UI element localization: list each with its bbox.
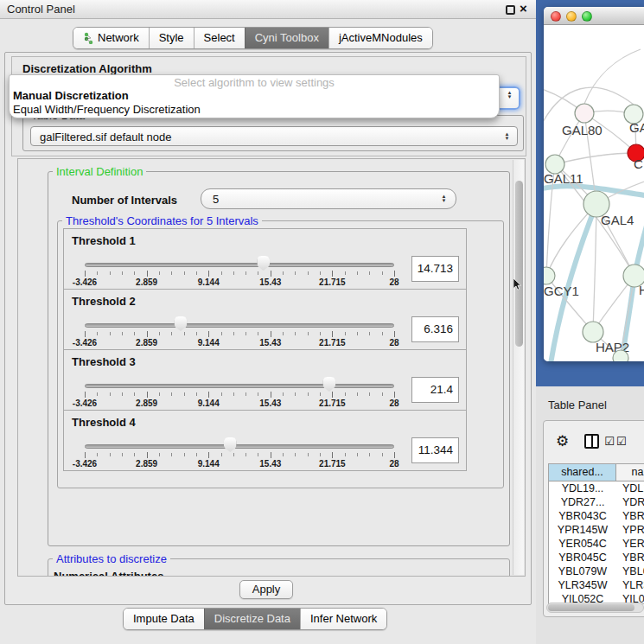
table-horizontal-scrollbar[interactable] xyxy=(546,603,644,613)
interval-group-label: Interval Definition xyxy=(53,165,146,178)
apply-button[interactable]: Apply xyxy=(239,580,293,599)
cell-shared-name[interactable]: YBR045C xyxy=(549,551,616,564)
cell-shared-name[interactable]: YDR27... xyxy=(549,495,616,509)
tab-cyni-toolbox-selected[interactable]: Cyni Toolbox xyxy=(245,28,328,48)
cell-shared-name[interactable]: YDL19... xyxy=(549,481,616,495)
cell-shared-name[interactable]: YBL079W xyxy=(549,564,616,578)
table-panel-window: ⚙ ☑ ☑ shared... na YDL19...YDL1YDR27...Y… xyxy=(543,420,644,617)
network-canvas[interactable]: GAL80GACGAL11GAL4GCY1HHAP2 xyxy=(544,25,644,361)
cell-name[interactable]: YBR0 xyxy=(616,509,644,523)
tab-label: Discretize Data xyxy=(214,612,290,625)
network-window-titlebar[interactable] xyxy=(544,7,644,25)
split-columns-icon[interactable] xyxy=(584,434,599,449)
tab-impute-data[interactable]: Impute Data xyxy=(124,609,204,629)
tab-style[interactable]: Style xyxy=(149,28,194,48)
threshold-value-field[interactable]: 21.4 xyxy=(411,377,459,403)
number-of-intervals-combobox[interactable]: 5 ▲▼ xyxy=(201,188,456,209)
slider-ticks xyxy=(85,452,395,458)
tab-select[interactable]: Select xyxy=(194,28,245,48)
table-row[interactable]: YLR345WYLR3 xyxy=(549,578,644,592)
cell-name[interactable]: YPR1 xyxy=(616,523,644,537)
attributes-group-label: Attributes to discretize xyxy=(53,552,170,565)
node-label: C xyxy=(634,156,643,171)
table-row[interactable]: YPR145WYPR1 xyxy=(549,523,644,537)
cell-shared-name[interactable]: YLR345W xyxy=(549,578,616,592)
tab-discretize-data-selected[interactable]: Discretize Data xyxy=(204,609,300,629)
slider-thumb[interactable] xyxy=(174,316,187,331)
network-node-gal80[interactable] xyxy=(575,104,594,123)
cell-name[interactable]: YDR2 xyxy=(616,495,644,509)
table-row[interactable]: YBR043CYBR0 xyxy=(549,509,644,523)
checkbox-checked-icon[interactable]: ☑ xyxy=(604,435,615,448)
close-icon[interactable]: × xyxy=(520,1,527,16)
threshold-panel: Threshold 4 -3.4262.8599.14415.4321.7152… xyxy=(63,410,467,471)
float-window-icon[interactable] xyxy=(506,5,515,15)
table-rows: YDL19...YDL1YDR27...YDR2YBR043CYBR0YPR14… xyxy=(549,481,644,604)
threshold-label: Threshold 3 xyxy=(72,355,136,368)
cell-name[interactable]: YBR0 xyxy=(616,551,644,564)
tick-label: -3.426 xyxy=(73,338,97,348)
threshold-value-field[interactable]: 14.713 xyxy=(411,256,459,282)
dropdown-option-equal-width[interactable]: Equal Width/Frequency Discretization xyxy=(10,103,499,117)
number-of-intervals-value: 5 xyxy=(213,193,219,206)
gear-icon[interactable]: ⚙ xyxy=(556,432,569,450)
tick-label: 28 xyxy=(389,277,399,287)
checkbox-checked-icon[interactable]: ☑ xyxy=(616,435,627,448)
column-header-shared-name[interactable]: shared... xyxy=(549,464,616,481)
scrollbar-thumb[interactable] xyxy=(515,181,523,347)
table-row[interactable]: YBL079WYBL0 xyxy=(549,564,644,578)
tab-label: Infer Network xyxy=(310,612,377,625)
slider-track[interactable] xyxy=(85,263,394,267)
threshold-group-label: Threshold's Coordinates for 5 Intervals xyxy=(62,214,262,227)
cell-shared-name[interactable]: YBR043C xyxy=(549,509,616,523)
combo-stepper-icon[interactable]: ▲▼ xyxy=(439,194,449,203)
threshold-value-field[interactable]: 6.316 xyxy=(411,316,459,342)
tick-label: 28 xyxy=(389,399,399,408)
network-node-gcy1[interactable] xyxy=(544,267,555,284)
cell-shared-name[interactable]: YPR145W xyxy=(549,523,616,537)
scrollbar-thumb[interactable] xyxy=(548,604,634,611)
combo-stepper-icon[interactable]: ▲▼ xyxy=(502,132,512,141)
minimize-traffic-light-icon[interactable] xyxy=(566,11,577,22)
slider-thumb[interactable] xyxy=(322,377,335,392)
cyni-content-panel: Discretization Algorithm ▲▼ Table Data g… xyxy=(4,52,532,605)
dropdown-option-manual[interactable]: Manual Discretization xyxy=(10,89,499,103)
cell-name[interactable]: YDL1 xyxy=(616,481,644,495)
column-header-name[interactable]: na xyxy=(616,464,644,481)
tab-network[interactable]: Network xyxy=(73,28,149,48)
attributes-group: Attributes to discretize Numerical Attri… xyxy=(48,558,510,577)
control-panel-titlebar: Control Panel × xyxy=(0,0,536,19)
algorithm-group-label: Discretization Algorithm xyxy=(19,62,156,75)
slider-track[interactable] xyxy=(85,384,394,388)
zoom-traffic-light-icon[interactable] xyxy=(582,11,592,22)
slider-track[interactable] xyxy=(85,444,394,449)
table-row[interactable]: YER054CYER0 xyxy=(549,537,644,551)
table-row[interactable]: YDR27...YDR2 xyxy=(549,495,644,509)
slider-ticks xyxy=(85,331,395,337)
slider-thumb[interactable] xyxy=(224,437,237,452)
top-tab-bar: Network Style Select Cyni Toolbox jActiv… xyxy=(73,27,433,49)
threshold-coordinates-group: Threshold's Coordinates for 5 Intervals … xyxy=(57,220,504,488)
table-data-combobox[interactable]: galFiltered.sif default node ▲▼ xyxy=(30,126,518,146)
cell-name[interactable]: YER0 xyxy=(616,537,644,551)
table-data-selected-value: galFiltered.sif default node xyxy=(40,130,171,143)
tick-label: -3.426 xyxy=(73,277,97,287)
table-panel-title: Table Panel xyxy=(548,399,607,411)
table-row[interactable]: YBR045CYBR0 xyxy=(549,551,644,564)
node-label: GAL11 xyxy=(544,171,583,186)
slider-thumb[interactable] xyxy=(257,256,270,271)
cell-shared-name[interactable]: YER054C xyxy=(549,537,616,551)
tab-infer-network[interactable]: Infer Network xyxy=(300,609,386,629)
network-node[interactable] xyxy=(613,350,628,361)
threshold-value-field[interactable]: 11.344 xyxy=(411,437,459,463)
tab-jactivemnodules[interactable]: jActiveMNodules xyxy=(328,28,432,48)
tick-label: 2.859 xyxy=(136,459,157,469)
tick-label: -3.426 xyxy=(73,459,97,469)
slider-track[interactable] xyxy=(85,323,394,328)
cell-name[interactable]: YLR3 xyxy=(616,578,644,592)
close-traffic-light-icon[interactable] xyxy=(551,11,561,22)
settings-vertical-scrollbar[interactable] xyxy=(513,160,524,575)
cell-name[interactable]: YBL0 xyxy=(616,564,644,578)
combo-stepper-icon[interactable]: ▲▼ xyxy=(505,91,514,99)
table-row[interactable]: YDL19...YDL1 xyxy=(549,481,644,495)
